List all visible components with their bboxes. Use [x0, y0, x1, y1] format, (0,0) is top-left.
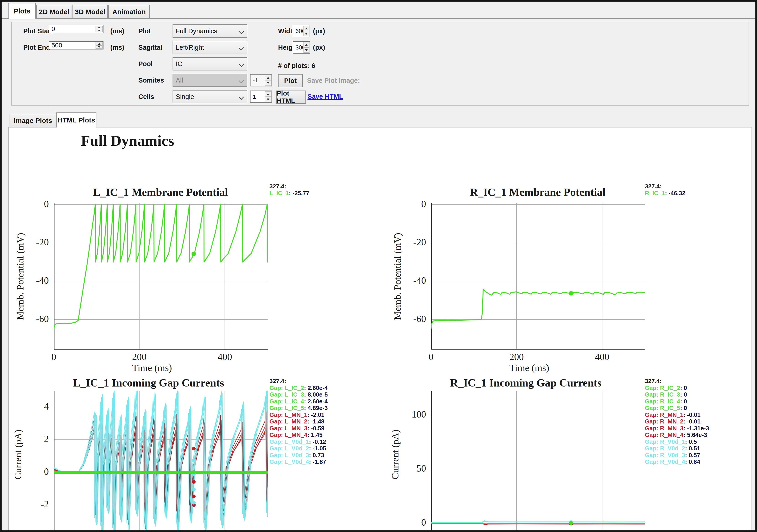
legend-row: Gap: R_MN_1: -0.01 — [645, 412, 709, 419]
legend-r-ic-1-gap: 327.4:Gap: R_IC_2: 0Gap: R_IC_3: 0Gap: R… — [645, 378, 709, 465]
legend-row: L_IC_1: -25.77 — [269, 190, 309, 197]
legend-row: Gap: R_IC_3: 0 — [645, 391, 709, 398]
height-input[interactable]: 300 — [293, 41, 310, 53]
width-spinner[interactable] — [303, 26, 309, 36]
plot-button[interactable]: Plot — [278, 74, 303, 87]
tab-image-plots[interactable]: Image Plots — [10, 114, 56, 127]
legend-row: Gap: R_IC_2: 0 — [645, 385, 709, 391]
legend-row: Gap: L_V0d_1: -0.12 — [269, 439, 328, 445]
width-input[interactable]: 600 — [293, 25, 310, 37]
y-tick-label: -20 — [392, 237, 426, 248]
legend-row: Gap: L_IC_5: 4.89e-3 — [269, 405, 328, 412]
plot-end-label: Plot End — [23, 41, 50, 54]
legend-row: R_IC_1: -46.32 — [645, 190, 685, 197]
x-axis-title-l-mp: Time (ms) — [118, 362, 186, 373]
plot-end-unit: (ms) — [110, 41, 124, 54]
y-tick-label: 4 — [15, 401, 49, 412]
y-tick-label: 0 — [15, 466, 49, 477]
legend-row: Gap: L_IC_3: 8.00e-5 — [269, 391, 328, 398]
legend-cursor-time: 327.4: — [269, 378, 328, 385]
save-plot-image-label: Save Plot Image: — [307, 77, 360, 84]
legend-row: Gap: L_IC_2: 2.60e-4 — [269, 385, 328, 391]
tab-3d-model[interactable]: 3D Model — [73, 5, 108, 18]
legend-cursor-time: 327.4: — [645, 183, 685, 190]
height-spinner[interactable] — [303, 42, 309, 53]
l-ic-1-gap-chart-canvas[interactable] — [54, 391, 268, 532]
chart-title-r-ic-1-mp: R_IC_1 Membrane Potential — [424, 186, 652, 199]
l-ic-1-mp-chart-canvas[interactable] — [54, 203, 268, 350]
cells-dropdown[interactable]: Single — [172, 90, 247, 103]
somites-index-input[interactable]: -1 — [250, 74, 272, 86]
x-axis-title-r-mp: Time (ms) — [495, 362, 563, 373]
plot-type-dropdown[interactable]: Full Dynamics — [172, 24, 247, 38]
legend-row: Gap: R_MN_3: -1.31e-3 — [645, 425, 709, 432]
plot-html-button[interactable]: Plot HTML — [276, 90, 306, 104]
width-unit: (px) — [313, 24, 325, 38]
tab-html-plots[interactable]: HTML Plots — [56, 112, 96, 127]
y-tick-label: -40 — [15, 275, 49, 286]
pool-label: Pool — [138, 57, 153, 71]
chevron-down-icon — [238, 28, 244, 34]
plot-end-spinner[interactable] — [96, 42, 103, 48]
plot-start-label: Plot Start — [23, 24, 53, 38]
y-tick-label: -40 — [392, 275, 426, 286]
sagittal-label: Sagittal — [138, 41, 162, 54]
y-axis-title-r-gap: Current (pA) — [388, 375, 402, 532]
plot-label: Plot — [138, 24, 151, 38]
somites-index-spinner[interactable] — [265, 75, 271, 85]
cells-index-spinner[interactable] — [265, 91, 271, 102]
cells-index-input[interactable]: 1 — [250, 90, 272, 103]
legend-row: Gap: L_V0d_3: 0.73 — [269, 452, 328, 459]
chevron-down-icon — [238, 61, 244, 67]
legend-row: Gap: R_V0d_1: 0.5 — [645, 439, 709, 445]
legend-cursor-time: 327.4: — [645, 378, 709, 385]
legend-row: Gap: L_V0d_2: -1.05 — [269, 445, 328, 452]
chevron-down-icon — [238, 78, 244, 83]
plot-start-unit: (ms) — [110, 24, 124, 38]
legend-row: Gap: L_MN_1: -2.01 — [269, 412, 328, 419]
active-tab-gap — [9, 18, 35, 19]
legend-cursor-time: 327.4: — [269, 183, 309, 190]
plot-start-spinner[interactable] — [96, 26, 103, 32]
y-tick-label: -20 — [15, 237, 49, 248]
x-tick-label: 0 — [36, 351, 72, 362]
y-tick-label: 50 — [392, 463, 426, 474]
chevron-down-icon — [238, 45, 244, 50]
r-ic-1-mp-chart-canvas[interactable] — [431, 203, 645, 350]
legend-row: Gap: R_IC_5: 0 — [645, 405, 709, 412]
legend-l-ic-1-gap: 327.4:Gap: L_IC_2: 2.60e-4Gap: L_IC_3: 8… — [269, 378, 328, 465]
legend-row: Gap: R_MN_2: -0.01 — [645, 418, 709, 425]
app-window: Plots 2D Model 3D Model Animation Plot S… — [0, 0, 757, 532]
sagittal-dropdown[interactable]: Left/Right — [172, 41, 247, 54]
somites-dropdown[interactable]: All — [172, 74, 247, 87]
y-tick-label: 0 — [15, 199, 49, 209]
x-tick-label: 400 — [584, 351, 620, 362]
x-tick-label: 200 — [121, 351, 158, 362]
tab-animation[interactable]: Animation — [108, 5, 150, 18]
tab-2d-model[interactable]: 2D Model — [36, 5, 72, 18]
legend-row: Gap: L_MN_2: -1.48 — [269, 418, 328, 425]
chart-title-l-ic-1-gap: L_IC_1 Incoming Gap Currents — [35, 376, 262, 389]
pool-dropdown[interactable]: IC — [172, 57, 247, 71]
legend-row: Gap: R_V0d_4: 0.64 — [645, 458, 709, 465]
x-tick-label: 200 — [498, 351, 535, 362]
tab-plots[interactable]: Plots — [9, 3, 36, 19]
save-html-link[interactable]: Save HTML — [308, 93, 343, 100]
tabstrip-divider — [2, 18, 755, 19]
legend-r-ic-1-mp: 327.4:R_IC_1: -46.32 — [645, 183, 685, 197]
legend-row: Gap: L_V0d_4: -1.87 — [269, 458, 328, 465]
plot-start-input[interactable]: 0 — [49, 25, 104, 33]
y-tick-label: 0 — [392, 199, 426, 209]
y-tick-label: 2 — [15, 433, 49, 445]
num-plots-text: # of plots: 6 — [278, 59, 315, 72]
legend-row: Gap: R_IC_4: 0 — [645, 398, 709, 405]
y-tick-label: -60 — [15, 313, 49, 324]
plot-end-input[interactable]: 500 — [49, 41, 104, 49]
page-title: Full Dynamics — [81, 132, 174, 149]
height-unit: (px) — [313, 41, 325, 54]
chart-title-l-ic-1-mp: L_IC_1 Membrane Potential — [46, 186, 274, 199]
y-tick-label: 0 — [392, 517, 426, 528]
legend-row: Gap: L_MN_3: -0.59 — [269, 425, 328, 432]
r-ic-1-gap-chart-canvas[interactable] — [431, 391, 645, 532]
legend-l-ic-1-mp: 327.4:L_IC_1: -25.77 — [269, 183, 309, 197]
